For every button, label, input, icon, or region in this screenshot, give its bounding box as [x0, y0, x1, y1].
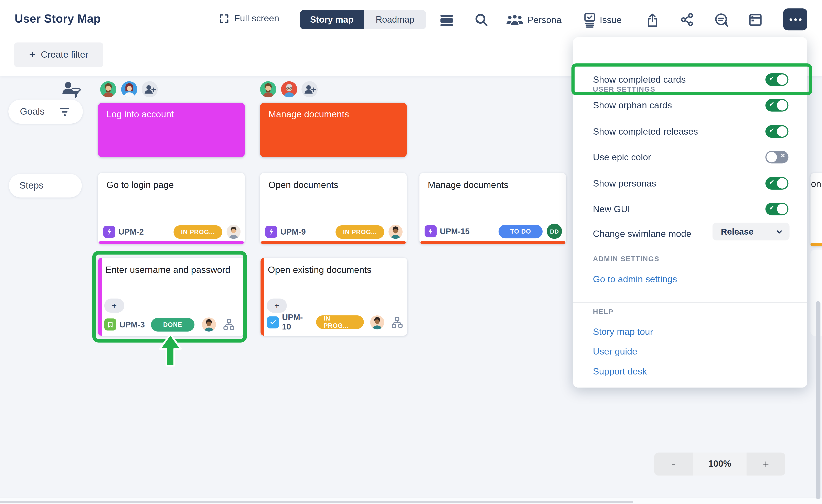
vertical-scrollbar[interactable]	[816, 301, 820, 499]
card-layout-button[interactable]	[748, 13, 763, 27]
app-window: User Story Map Full screen Story map Roa…	[0, 0, 822, 504]
persona-filter-button[interactable]	[61, 81, 81, 102]
epic-card[interactable]: Manage documents	[260, 103, 407, 157]
card-title: Enter username and password	[98, 258, 245, 276]
tab-story-map[interactable]: Story map	[300, 10, 364, 29]
filter-icon[interactable]	[59, 107, 70, 116]
card-footer: UPM-3 DONE	[104, 317, 241, 332]
swimlane-mode-label: Change swimlane mode	[593, 228, 691, 239]
horizontal-scrollbar[interactable]	[0, 501, 633, 503]
setting-row-show-completed-cards: Show completed cards ✔✕	[593, 73, 788, 87]
step-card[interactable]: Open documents UPM-9 IN PROG...	[260, 173, 407, 244]
status-badge[interactable]: IN PROG...	[316, 315, 364, 329]
search-button[interactable]	[474, 13, 488, 27]
status-badge[interactable]: TO DO	[499, 224, 542, 238]
help-link-support-desk[interactable]: Support desk	[593, 366, 647, 377]
subtasks-hierarchy-icon[interactable]	[223, 318, 235, 331]
comment-icon	[714, 13, 729, 27]
toggle-show-completed-cards[interactable]: ✔✕	[765, 73, 788, 86]
epic-personas-group-2	[260, 81, 318, 98]
persona-avatar-man[interactable]	[260, 81, 276, 98]
admin-settings-link[interactable]: Go to admin settings	[593, 274, 677, 285]
story-type-badge	[104, 318, 116, 331]
toggle-use-epic-color[interactable]: ✔✕	[765, 151, 788, 164]
persona-button[interactable]	[505, 13, 524, 27]
setting-row-new-gui: New GUI ✔✕	[593, 202, 788, 216]
swimlane-mode-value: Release	[721, 226, 754, 236]
epic-title: Manage documents	[269, 109, 349, 119]
epic-color-bar	[810, 243, 822, 246]
subtasks-hierarchy-icon[interactable]	[391, 316, 403, 328]
card-title: Open documents	[260, 173, 407, 191]
dot-icon	[794, 18, 797, 21]
toggle-show-completed-releases[interactable]: ✔✕	[765, 125, 788, 138]
assignee-avatar	[227, 225, 241, 239]
share-button[interactable]	[680, 13, 695, 27]
help-link-user-guide[interactable]: User guide	[593, 346, 637, 357]
setting-label: New GUI	[593, 203, 630, 214]
export-button[interactable]	[645, 13, 660, 27]
status-badge[interactable]: DONE	[151, 318, 194, 331]
status-badge[interactable]: IN PROG...	[174, 225, 222, 239]
story-card[interactable]: Enter username and password + UPM-3 DONE	[98, 258, 245, 336]
issue-key: UPM-10	[282, 313, 311, 332]
step-card[interactable]: Manage documents UPM-15 TO DO DD	[419, 173, 566, 244]
story-card[interactable]: Open existing documents + UPM-10 IN PROG…	[261, 258, 407, 336]
subtask-type-badge	[267, 316, 279, 328]
dot-icon	[789, 18, 792, 21]
assignee-avatar	[201, 317, 216, 332]
setting-label: Use epic color	[593, 152, 651, 163]
check-icon: ✔	[769, 204, 774, 212]
zoom-out-button[interactable]: -	[654, 452, 693, 475]
swimlane-rows-button[interactable]	[439, 13, 454, 27]
issue-button[interactable]	[583, 13, 597, 27]
epic-color-stripe	[98, 258, 102, 336]
user-settings-header: USER SETTINGS	[593, 85, 656, 93]
tab-roadmap[interactable]: Roadmap	[364, 10, 426, 29]
status-badge[interactable]: IN PROG...	[336, 225, 384, 239]
card-footer: UPM-10 IN PROG...	[267, 313, 403, 332]
swimlane-mode-select[interactable]: Release	[712, 223, 789, 240]
assignee-avatar-initials: DD	[547, 224, 562, 239]
add-persona-button[interactable]	[141, 81, 158, 98]
persona-label[interactable]: Persona	[527, 15, 562, 26]
person-filter-icon	[61, 81, 81, 100]
persona-avatar-older-man[interactable]	[281, 81, 297, 98]
epic-color-bar	[420, 241, 565, 244]
plus-icon: +	[29, 48, 36, 60]
full-screen-button[interactable]: Full screen	[219, 13, 279, 24]
epic-personas-group-1	[100, 81, 158, 98]
toggle-knob	[777, 204, 787, 214]
more-options-button[interactable]	[783, 8, 807, 30]
add-card-button[interactable]: +	[104, 299, 124, 313]
epic-title: Log into account	[106, 109, 174, 119]
persona-avatar-man[interactable]	[100, 81, 116, 98]
add-persona-button[interactable]	[302, 81, 318, 98]
goals-lane-pill[interactable]: Goals	[8, 100, 83, 124]
epic-color-stripe	[261, 258, 264, 336]
setting-label: Show orphan cards	[593, 100, 672, 111]
toggle-new-gui[interactable]: ✔✕	[765, 203, 788, 215]
settings-dropdown-panel: USER SETTINGS Show completed cards ✔✕ Sh…	[573, 37, 807, 388]
toggle-show-personas[interactable]: ✔✕	[765, 177, 788, 190]
toggle-knob	[766, 152, 777, 162]
persona-group-icon	[505, 13, 524, 27]
rows-icon	[439, 13, 454, 27]
issue-key: UPM-3	[119, 320, 145, 329]
toggle-knob	[777, 100, 787, 110]
persona-avatar-woman[interactable]	[121, 81, 137, 98]
issue-label[interactable]: Issue	[599, 15, 622, 26]
divider	[573, 302, 807, 303]
feedback-button[interactable]	[714, 13, 729, 27]
create-filter-button[interactable]: + Create filter	[14, 42, 103, 67]
step-card-partial[interactable]: on d	[810, 173, 822, 246]
epic-card[interactable]: Log into account	[98, 103, 245, 157]
add-card-button[interactable]: +	[267, 299, 287, 313]
step-card[interactable]: Go to login page UPM-2 IN PROG...	[98, 173, 245, 244]
help-link-story-map-tour[interactable]: Story map tour	[593, 326, 653, 337]
dot-icon	[799, 18, 801, 21]
epic-color-bar	[261, 241, 406, 244]
toggle-show-orphan-cards[interactable]: ✔✕	[765, 99, 788, 112]
steps-lane-pill[interactable]: Steps	[9, 174, 82, 198]
zoom-in-button[interactable]: +	[747, 452, 785, 475]
